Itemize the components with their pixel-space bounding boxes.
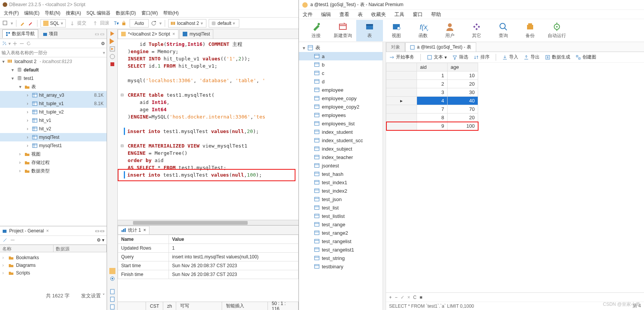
nav-tbtn-other[interactable]: 其它 — [463, 20, 490, 41]
tab-script[interactable]: *<localhost 2> Script × — [118, 29, 178, 39]
row-7[interactable]: 770 — [386, 105, 478, 114]
row-9[interactable]: 9100 — [386, 122, 478, 130]
nmenu-table[interactable]: 表 — [358, 11, 363, 18]
project-tree[interactable]: ›Bookmarks ›Diagrams ›Scripts — [0, 252, 107, 278]
send-settings[interactable]: 发文设置 ˅ — [81, 292, 105, 299]
conn-dropdown[interactable]: localhost 2 ▾ — [168, 19, 206, 28]
nav-tbtn-table[interactable]: 表 — [356, 20, 383, 41]
expand-icon[interactable] — [12, 41, 18, 46]
auto-dropdown[interactable]: Auto — [130, 19, 149, 28]
stop-icon[interactable] — [109, 61, 115, 67]
tree-conn[interactable]: ▾ localhost 2 - localhost:8123 — [0, 57, 107, 66]
menu-search[interactable]: 搜索(A) — [66, 10, 81, 16]
row-4[interactable]: ▸440 — [386, 97, 478, 105]
del-row-icon[interactable]: − — [395, 295, 397, 300]
commit-row-icon[interactable]: ✓ — [401, 295, 404, 300]
project-close-icon[interactable]: × — [46, 228, 49, 234]
rollback-btn[interactable]: 回滚 — [91, 19, 112, 28]
nav-tbtn-func[interactable]: f(x)函数 — [410, 20, 436, 41]
nmenu-help[interactable]: 帮助 — [431, 11, 441, 18]
run-script-icon[interactable] — [109, 46, 115, 52]
db-tree[interactable]: ▾ localhost 2 - localhost:8123 ▾default▾… — [0, 57, 107, 226]
refresh-icon[interactable] — [151, 20, 157, 26]
text-btn[interactable]: 文本 ▾ — [427, 54, 447, 60]
row-8[interactable]: 820 — [386, 114, 478, 122]
tab-project[interactable]: 项目 — [41, 31, 60, 37]
tree-node-default[interactable]: ▾default — [0, 66, 107, 74]
tab-mysqltest[interactable]: mysqlTest — [179, 29, 213, 39]
run-icon[interactable] — [109, 31, 115, 37]
link-proj-icon[interactable] — [2, 237, 8, 243]
nav-tree-index_student_scc[interactable]: index_student_scc — [299, 136, 383, 144]
menu-edit[interactable]: 编辑(E) — [24, 10, 39, 16]
nav-tree-test_listlist[interactable]: test_listlist — [299, 212, 383, 220]
nav-tree-test_rangelist1[interactable]: test_rangelist1 — [299, 245, 383, 254]
nav-tree-test_rangelist[interactable]: test_rangelist — [299, 237, 383, 245]
begin-tx-btn[interactable]: 开始事务 — [389, 54, 414, 60]
diagram-btn[interactable]: 创建图 — [576, 54, 596, 60]
proj-diagrams[interactable]: ›Diagrams — [2, 261, 104, 269]
tab-objects[interactable]: 对象 — [386, 42, 405, 52]
doc3-icon[interactable] — [109, 304, 115, 310]
sql-dropdown[interactable]: SQL ▾ — [41, 19, 66, 28]
tree-node-数据类型[interactable]: ›数据类型 — [0, 167, 107, 175]
doc2-icon[interactable] — [109, 296, 115, 302]
dbeaver-menubar[interactable]: 文件(F) 编辑(E) 导航(N) 搜索(A) SQL 编辑器 数据库(D) 窗… — [0, 9, 298, 18]
tab-db-nav[interactable]: 数据库导航 — [2, 29, 38, 38]
refresh-nav-icon[interactable] — [26, 41, 31, 46]
proj-col-source[interactable]: 数据源 — [54, 245, 107, 252]
results-table[interactable]: NameValueUpdated Rows1Queryinsert into t… — [118, 235, 298, 302]
proj-bookmarks[interactable]: ›Bookmarks — [2, 254, 104, 261]
nav-tree-index_subject[interactable]: index_subject — [299, 144, 383, 153]
nav-tree-test_range2[interactable]: test_range2 — [299, 229, 383, 237]
gen-btn[interactable]: 数据生成 — [545, 54, 570, 60]
proj-scripts[interactable]: ›Scripts — [2, 269, 104, 277]
submit-btn[interactable]: 提交 — [68, 19, 89, 28]
tree-node-表[interactable]: ▾表 — [0, 83, 107, 91]
tree-node-hit_tuple_v2[interactable]: ›hit_tuple_v2 — [0, 108, 107, 116]
navicat-menubar[interactable]: 文件 编辑 查看 表 收藏夹 工具 窗口 帮助 — [299, 10, 644, 19]
nav-tree-test_hash[interactable]: test_hash — [299, 170, 383, 178]
nav-tree-employee[interactable]: employee — [299, 86, 383, 94]
menu-sqleditor[interactable]: SQL 编辑器 — [86, 10, 110, 16]
tree-node-mysqlTest1[interactable]: ›mysqlTest1 — [0, 141, 107, 150]
nav-tbtn-querybtn[interactable]: 查询 — [490, 20, 517, 41]
data-grid[interactable]: aidage110220330▸4407708209100 — [386, 63, 644, 292]
nav-tbtn-user[interactable]: 用户 — [436, 20, 463, 41]
add-row-icon[interactable]: + — [389, 295, 392, 300]
nav-tbtn-conn[interactable]: 连接 — [303, 20, 329, 41]
new-icon[interactable] — [2, 20, 8, 26]
filter-input[interactable] — [2, 50, 101, 55]
connect-icon[interactable] — [19, 20, 26, 26]
nav-tree-index_student[interactable]: index_student — [299, 128, 383, 136]
sql-gutter-icon[interactable] — [109, 268, 115, 274]
tree-node-test1[interactable]: ▾test1 — [0, 74, 107, 83]
vscrollbar[interactable] — [383, 42, 386, 310]
settings-icon[interactable] — [109, 276, 115, 282]
export-btn[interactable]: 导出 — [524, 54, 540, 60]
import-btn[interactable]: 导入 — [502, 54, 518, 60]
filter-btn[interactable]: 筛选 — [452, 54, 468, 60]
collapse-proj-icon[interactable] — [10, 237, 15, 243]
tree-node-hit_v1[interactable]: ›hit_v1 — [0, 116, 107, 125]
navicat-tree[interactable]: ▾ 表 abcdemployeeemployee_copyemployee_co… — [299, 42, 383, 310]
collapse-icon[interactable] — [19, 41, 24, 46]
nav-tbtn-backup[interactable]: 备份 — [517, 20, 543, 41]
sql-editor[interactable]: id Tuple(String,Int16) COMMENT 主程 )engin… — [118, 39, 298, 220]
nav-tree-employees[interactable]: employees — [299, 111, 383, 119]
tree-node-视图[interactable]: ›视图 — [0, 150, 107, 158]
link-nav-icon[interactable] — [2, 41, 7, 46]
nav-tree-employee_copy[interactable]: employee_copy — [299, 94, 383, 102]
tree-header-tables[interactable]: ▾ 表 — [299, 44, 383, 52]
nmenu-tool[interactable]: 工具 — [394, 11, 404, 18]
nav-tree-c[interactable]: c — [299, 69, 383, 77]
menu-help[interactable]: 帮助(H) — [163, 10, 179, 16]
nav-tree-b[interactable]: b — [299, 60, 383, 69]
nmenu-view[interactable]: 查看 — [339, 11, 349, 18]
stop-row-icon[interactable]: ■ — [420, 295, 422, 300]
nav-tree-test_index1[interactable]: test_index1 — [299, 178, 383, 187]
nav-tree-test_string[interactable]: test_string — [299, 254, 383, 262]
row-2[interactable]: 220 — [386, 80, 478, 88]
close-icon[interactable]: × — [172, 31, 175, 37]
row-1[interactable]: 110 — [386, 71, 478, 80]
